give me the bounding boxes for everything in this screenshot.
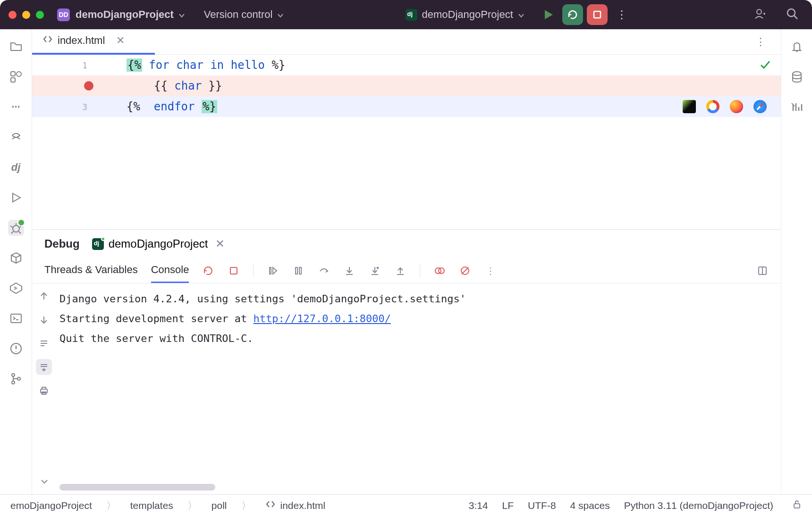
step-out-icon[interactable] (394, 265, 406, 277)
terminal-tool-icon[interactable] (8, 310, 24, 326)
debug-panel-title: Debug (44, 237, 80, 250)
editor-gutter[interactable]: 1 3 (32, 55, 122, 229)
tab-options-icon[interactable]: ⋮ (755, 36, 767, 48)
svg-rect-8 (11, 314, 21, 323)
inspection-ok-icon[interactable] (759, 58, 771, 73)
mute-breakpoints-icon[interactable] (459, 265, 471, 277)
soft-wrap-icon[interactable] (36, 335, 52, 351)
view-breakpoints-icon[interactable] (433, 265, 446, 277)
project-name-label: demoDjangoProject (76, 8, 174, 21)
pycharm-preview-icon[interactable] (683, 100, 696, 113)
notifications-icon[interactable] (789, 39, 805, 55)
print-icon[interactable] (36, 383, 52, 399)
resume-icon[interactable] (267, 265, 279, 277)
rerun-debug-icon[interactable] (202, 265, 214, 277)
breadcrumb-item[interactable]: poll (211, 500, 227, 511)
svg-point-6 (13, 225, 19, 232)
debug-tool-icon[interactable] (8, 220, 24, 236)
breadcrumb-item[interactable]: templates (130, 500, 173, 511)
run-button[interactable] (538, 4, 558, 25)
svg-point-17 (377, 267, 379, 269)
line-number: 1 (82, 60, 87, 70)
step-into-my-code-icon[interactable] (369, 265, 381, 277)
svg-point-12 (17, 377, 20, 380)
scroll-to-end-icon[interactable] (36, 359, 52, 375)
scroll-up-icon[interactable] (36, 288, 52, 304)
stop-button[interactable] (587, 4, 608, 25)
line-ending[interactable]: LF (502, 500, 514, 511)
readonly-lock-icon[interactable] (792, 499, 802, 511)
search-icon[interactable] (786, 7, 799, 23)
server-url-link[interactable]: http://127.0.0.1:8000/ (254, 313, 391, 325)
project-tool-icon[interactable] (8, 39, 24, 55)
close-window-icon[interactable] (8, 11, 17, 19)
maximize-window-icon[interactable] (36, 11, 44, 19)
project-icon: DD (57, 8, 70, 21)
threads-tab[interactable]: Threads & Variables (44, 264, 138, 278)
stop-debug-icon[interactable] (228, 265, 240, 277)
pause-icon[interactable] (292, 265, 304, 277)
database-icon[interactable] (789, 69, 805, 85)
django-icon (406, 9, 417, 21)
svg-rect-13 (230, 267, 237, 274)
minimize-window-icon[interactable] (22, 11, 30, 19)
vcs-label: Version control (204, 8, 273, 21)
step-over-icon[interactable] (318, 265, 330, 277)
breadcrumb-separator: 〉 (241, 499, 251, 512)
layout-settings-icon[interactable] (756, 265, 769, 277)
svg-rect-26 (794, 504, 800, 508)
title-bar: DD demoDjangoProject Version control dem… (0, 0, 812, 29)
problems-tool-icon[interactable] (8, 341, 24, 357)
console-expand-icon[interactable] (36, 474, 52, 490)
django-tool-icon[interactable]: dj (8, 159, 24, 175)
debug-config-name: demoDjangoProject (109, 237, 208, 250)
run-buttons: ⋮ (538, 4, 632, 25)
code-editor[interactable]: 1 3 {% for char in hello %} {{ char }} {… (32, 55, 781, 229)
safari-icon[interactable] (753, 100, 767, 113)
chevron-down-icon (178, 8, 185, 21)
horizontal-scrollbar[interactable] (59, 484, 215, 491)
separator (253, 264, 254, 277)
chrome-icon[interactable] (706, 100, 719, 113)
python-packages-icon[interactable] (8, 129, 24, 145)
scroll-down-icon[interactable] (36, 312, 52, 328)
step-into-icon[interactable] (343, 265, 355, 277)
more-actions-button[interactable]: ⋮ (611, 4, 632, 25)
file-tab[interactable]: index.html ✕ (42, 34, 125, 50)
project-dropdown[interactable]: demoDjangoProject (76, 8, 185, 21)
services-tool-icon[interactable] (8, 250, 24, 266)
debug-more-icon[interactable]: ⋮ (484, 265, 497, 277)
git-tool-icon[interactable] (8, 371, 24, 387)
debug-config-tab[interactable]: demoDjangoProject ✕ (92, 237, 225, 250)
code-with-me-icon[interactable] (753, 7, 767, 23)
console-output[interactable]: Django version 4.2.4, using settings 'de… (56, 283, 781, 494)
indent-setting[interactable]: 4 spaces (570, 500, 610, 511)
html-file-icon (265, 499, 276, 512)
structure-tool-icon[interactable] (8, 69, 24, 85)
breadcrumb-item[interactable]: emoDjangoProject (10, 500, 92, 511)
run-config-dropdown[interactable]: demoDjangoProject (406, 8, 524, 21)
python-console-icon[interactable] (8, 280, 24, 296)
breadcrumb-separator: 〉 (106, 499, 116, 512)
svg-rect-15 (296, 267, 297, 274)
rerun-button[interactable] (562, 4, 583, 25)
cursor-position[interactable]: 3:14 (469, 500, 488, 511)
breakpoint-icon[interactable] (84, 81, 93, 91)
run-config-label: demoDjangoProject (422, 8, 513, 21)
file-encoding[interactable]: UTF-8 (528, 500, 556, 511)
close-debug-tab-icon[interactable]: ✕ (215, 237, 225, 250)
console-gutter (32, 283, 56, 494)
console-tab[interactable]: Console (151, 264, 189, 283)
svg-rect-23 (42, 387, 46, 389)
run-tool-icon[interactable] (8, 190, 24, 206)
more-tools-icon[interactable]: ··· (8, 99, 24, 115)
firefox-icon[interactable] (730, 100, 743, 113)
console-line: Starting development server at http://12… (59, 309, 777, 329)
python-interpreter[interactable]: Python 3.11 (demoDjangoProject) (624, 500, 773, 511)
browser-preview-icons (683, 96, 767, 117)
vcs-dropdown[interactable]: Version control (204, 8, 284, 21)
breadcrumb-item[interactable]: index.html (280, 500, 326, 511)
console-line: Django version 4.2.4, using settings 'de… (59, 289, 777, 309)
endpoints-icon[interactable] (789, 99, 805, 115)
close-tab-icon[interactable]: ✕ (116, 34, 125, 47)
